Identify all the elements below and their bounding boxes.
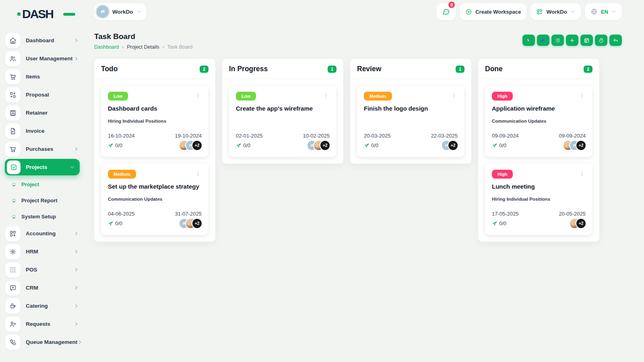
- breadcrumb-item-project-details[interactable]: Project Details: [127, 44, 159, 50]
- sidebar-subitem-project-report[interactable]: Project Report: [0, 192, 85, 208]
- card-top-row: High: [492, 92, 586, 101]
- avatar-overflow-badge: +2: [576, 141, 586, 150]
- task-card[interactable]: MediumSet up the marketplace strategyCom…: [101, 164, 208, 235]
- breadcrumb: Dashboard›Project Details›Task Board: [94, 44, 192, 50]
- task-start-date: 04-06-2025: [108, 211, 135, 217]
- task-title: Create the app's wireframe: [236, 105, 330, 112]
- messages-button[interactable]: 0: [436, 3, 456, 20]
- sidebar-item-dashboard[interactable]: Dashboard: [0, 31, 85, 49]
- column-count-badge: 1: [328, 66, 336, 73]
- card-menu-button[interactable]: [578, 170, 586, 177]
- sidebar-subitem-project[interactable]: Project: [0, 176, 85, 192]
- task-progress-value: 0/0: [499, 142, 506, 148]
- avatar-overflow-badge: +2: [192, 141, 202, 150]
- sidebar-item-retainer[interactable]: Retainer: [0, 104, 85, 122]
- sidebar-icon-box: [5, 69, 21, 84]
- send-icon: [364, 143, 369, 148]
- sidebar-icon-box: [5, 105, 21, 121]
- google-drive-button[interactable]: [522, 35, 535, 46]
- sidebar-item-invoice[interactable]: Invoice: [0, 122, 85, 140]
- back-button[interactable]: [609, 35, 622, 46]
- task-card[interactable]: LowCreate the app's wireframe02-01-20251…: [229, 86, 336, 157]
- sidebar-item-crm[interactable]: CRM: [0, 279, 85, 297]
- column-header: Done2: [478, 59, 599, 79]
- sidebar-item-label: Dashboard: [26, 37, 74, 43]
- sidebar-item-label: Proposal: [26, 92, 79, 98]
- column-body: LowDashboard cardsHiring Individual Posi…: [94, 79, 215, 242]
- chevron-down-icon: [137, 9, 142, 14]
- card-menu-button[interactable]: [194, 92, 202, 99]
- page-head-left: Task Board Dashboard›Project Details›Tas…: [94, 32, 192, 50]
- task-title: Lunch meeting: [492, 183, 586, 190]
- task-start-date: 09-09-2024: [492, 133, 519, 139]
- column-header: In Progress1: [222, 59, 343, 79]
- chevron-down-icon: [611, 9, 616, 14]
- sidebar-item-label: Requests: [26, 321, 74, 327]
- sidebar-item-user-management[interactable]: User Management: [0, 49, 85, 68]
- breadcrumb-item-dashboard[interactable]: Dashboard: [94, 44, 119, 50]
- card-menu-button[interactable]: [194, 170, 202, 177]
- assignee-avatars: +2: [570, 219, 586, 228]
- chevron-right-icon: [77, 339, 83, 345]
- sidebar-item-projects[interactable]: Projects: [5, 159, 80, 175]
- card-menu-button[interactable]: [450, 92, 458, 99]
- breadcrumb-separator: ›: [122, 44, 124, 50]
- page-title: Task Board: [94, 32, 192, 41]
- task-card[interactable]: MediumFinish the logo design20-03-202522…: [357, 86, 464, 157]
- add-task-button[interactable]: [566, 35, 578, 46]
- sidebar-item-proposal[interactable]: Proposal: [0, 86, 85, 104]
- undo-icon: [613, 37, 619, 43]
- create-workspace-button[interactable]: Create Workspace: [460, 3, 526, 20]
- task-end-date: 09-09-2024: [559, 133, 586, 139]
- task-title: Dashboard cards: [108, 105, 202, 112]
- sidebar-icon-box: [5, 226, 21, 241]
- sidebar-item-items[interactable]: Items: [0, 68, 85, 86]
- column-title: Done: [485, 65, 503, 73]
- send-icon: [236, 143, 242, 148]
- task-card[interactable]: HighLunch meetingHiring Individual Posit…: [485, 164, 592, 235]
- sidebar-item-requests[interactable]: Requests: [0, 315, 85, 333]
- workspace-selector[interactable]: WorkDo: [94, 3, 147, 20]
- calendar-button[interactable]: [580, 35, 593, 46]
- logo-accent-dot: [17, 12, 21, 16]
- sidebar-item-queue-management[interactable]: Queue Management: [0, 333, 85, 351]
- sidebar-icon-box: [5, 262, 21, 278]
- plus-icon: [569, 37, 575, 43]
- sidebar-item-label: Catering: [26, 303, 74, 309]
- cart-icon: [9, 146, 17, 153]
- sidebar-item-pos[interactable]: POS: [0, 261, 85, 279]
- sidebar-item-accounting[interactable]: Accounting: [0, 224, 85, 243]
- task-end-date: 22-03-2025: [431, 133, 458, 139]
- chevron-right-icon: [74, 231, 79, 236]
- sidebar-item-catering[interactable]: Catering: [0, 297, 85, 315]
- main-content: WorkDo 0 Create Workspace WorkDo: [85, 0, 644, 362]
- sidebar-item-purchases[interactable]: Purchases: [0, 140, 85, 158]
- column-header: Todo2: [94, 59, 215, 79]
- priority-badge: High: [492, 170, 513, 179]
- sidebar-subitem-label: Project Report: [21, 197, 58, 204]
- target-icon: [9, 248, 17, 255]
- messages-badge: 0: [448, 2, 455, 8]
- onedrive-button[interactable]: [537, 35, 549, 46]
- card-top-row: Low: [108, 92, 202, 101]
- chevron-right-icon: [74, 56, 79, 61]
- avatar-overflow-badge: +2: [576, 219, 586, 228]
- language-selector[interactable]: EN: [585, 3, 622, 20]
- send-icon: [108, 221, 114, 226]
- task-card[interactable]: HighApplication wireframeCommunication U…: [485, 86, 592, 157]
- workdo-menu[interactable]: WorkDo: [530, 3, 581, 20]
- task-card[interactable]: LowDashboard cardsHiring Individual Posi…: [101, 86, 208, 157]
- list-icon: [555, 37, 561, 43]
- avatar-overflow-badge: +2: [320, 141, 330, 150]
- avatar-overflow-badge: +2: [192, 219, 202, 228]
- subitem-bullet-icon: [12, 215, 16, 218]
- list-view-button[interactable]: [551, 35, 564, 46]
- card-menu-button[interactable]: [322, 92, 330, 99]
- send-icon: [492, 221, 497, 226]
- sidebar-subitem-system-setup[interactable]: System Setup: [0, 208, 85, 224]
- sidebar-item-hrm[interactable]: HRM: [0, 243, 85, 261]
- task-project-name: Communication Updates: [108, 197, 202, 202]
- timer-button[interactable]: [595, 35, 607, 46]
- card-menu-button[interactable]: [578, 92, 586, 99]
- app-logo[interactable]: DASH: [22, 7, 66, 21]
